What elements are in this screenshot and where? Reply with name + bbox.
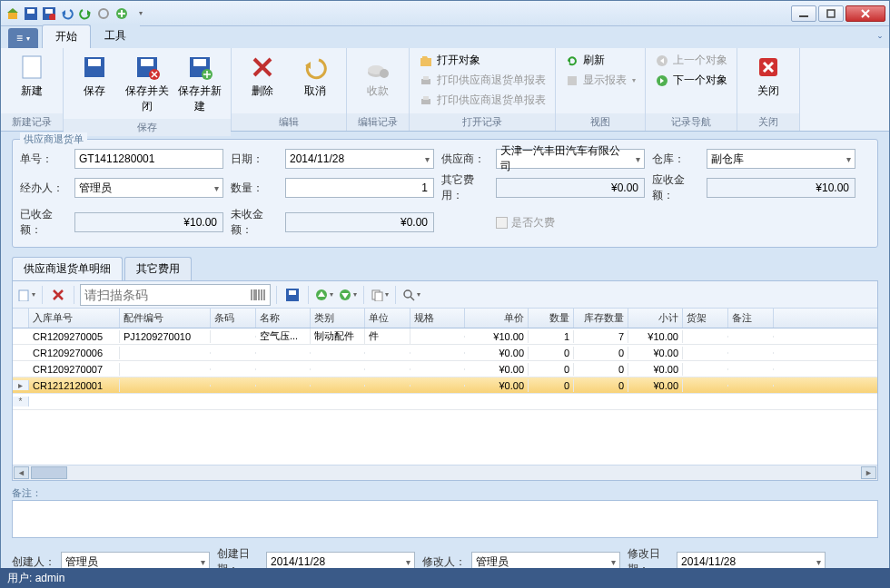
date-input[interactable]: 2014/11/28 [285, 149, 434, 169]
print-icon [419, 74, 433, 88]
delete-button[interactable]: 删除 [237, 51, 288, 101]
refresh-button[interactable]: 刷新 [561, 51, 639, 70]
ribbon: 新建 新建记录 保存 保存并关闭 保存并新建 保存 删除 [1, 48, 889, 132]
file-tab[interactable]: ≡▾ [8, 28, 38, 48]
start-tab[interactable]: 开始 [42, 24, 91, 48]
grid-header: 入库单号 配件编号 条码 名称 类别 单位 规格 单价 数量 库存数量 小计 货… [13, 309, 877, 328]
groupbox-title: 供应商退货单 [20, 132, 87, 146]
save-button[interactable]: 保存 [69, 51, 120, 101]
svg-rect-11 [799, 15, 808, 17]
svg-rect-3 [27, 9, 35, 14]
close-button[interactable]: 关闭 [743, 51, 794, 101]
close-label: 关闭 [757, 83, 779, 99]
table-row[interactable]: CR1209270005 PJ1209270010 空气压... 制动配件 件 … [13, 328, 877, 345]
add-qat-icon[interactable] [114, 5, 130, 22]
date-label: 日期： [231, 152, 282, 167]
window-buttons [791, 5, 885, 22]
new-label: 新建 [21, 83, 43, 99]
refresh-qat-icon[interactable] [95, 5, 112, 22]
show-report-button: 显示报表▾ [561, 71, 639, 90]
quick-access-toolbar [5, 5, 148, 22]
report-icon [565, 74, 579, 88]
next-record-button[interactable]: 下一个对象 [651, 71, 731, 90]
tools-tab[interactable]: 工具 [91, 24, 140, 48]
table-row[interactable]: ▸ CR1212120001 ¥0.00 0 0 ¥0.00 [13, 377, 877, 394]
new-button[interactable]: 新建 [6, 51, 57, 101]
return-order-groupbox: 供应商退货单 单号： 日期：2014/11/28 供应商：天津一汽丰田汽车有限公… [12, 139, 878, 248]
save-close-button[interactable]: 保存并关闭 [122, 51, 173, 116]
redo-icon[interactable] [77, 5, 94, 22]
new-icon [17, 53, 46, 82]
barcode-input[interactable] [80, 284, 271, 306]
delete-icon [248, 53, 277, 82]
grid-down-button[interactable] [338, 285, 358, 305]
grid-new-row[interactable]: * [13, 394, 877, 410]
otherfee-input [496, 178, 645, 198]
svg-rect-12 [827, 10, 835, 17]
save-new-ribbon-icon [185, 53, 214, 82]
open-object-button[interactable]: 打开对象 [415, 51, 549, 70]
close-window-button[interactable] [846, 5, 885, 22]
group-nav: 记录导航 [646, 113, 737, 131]
next-icon [655, 74, 669, 88]
tab-detail[interactable]: 供应商退货单明细 [12, 257, 123, 280]
svg-rect-39 [19, 290, 28, 301]
grid-search-button[interactable] [401, 285, 421, 305]
otherfee-label: 其它费用： [441, 172, 492, 203]
collect-button: 收款 [352, 51, 403, 101]
maximize-button[interactable] [818, 5, 844, 22]
cancel-button[interactable]: 取消 [290, 51, 341, 101]
remarks-textarea[interactable] [12, 500, 878, 538]
warehouse-label: 仓库： [652, 152, 703, 167]
ribbon-tabs: ≡▾ 开始 工具 ˇ [1, 26, 889, 48]
svg-rect-15 [88, 59, 101, 66]
creator-label: 创建人： [12, 554, 57, 570]
grid-up-button[interactable] [314, 285, 334, 305]
table-row[interactable]: CR1209270007 ¥0.00 0 0 ¥0.00 [13, 361, 877, 377]
status-bar: 用户: admin [0, 568, 890, 588]
collect-label: 收款 [367, 83, 389, 99]
grid-delete-button[interactable] [48, 285, 68, 305]
unreceived-label: 未收金额： [231, 207, 282, 238]
no-input[interactable] [74, 149, 223, 169]
refresh-icon [565, 54, 579, 68]
save-close-icon[interactable] [41, 5, 57, 22]
qty-input[interactable] [285, 178, 434, 198]
save-close-ribbon-icon [133, 53, 162, 82]
grid-save-button[interactable] [282, 285, 302, 305]
grid[interactable]: 入库单号 配件编号 条码 名称 类别 单位 规格 单价 数量 库存数量 小计 货… [13, 309, 877, 480]
svg-point-54 [404, 290, 411, 298]
qat-more-icon[interactable] [132, 5, 148, 22]
save-label: 保存 [84, 83, 105, 99]
supplier-combo[interactable]: 天津一汽丰田汽车有限公司 [496, 149, 645, 169]
save-icon[interactable] [23, 5, 39, 22]
remarks-section: 备注： [12, 486, 878, 541]
tab-other-fee[interactable]: 其它费用 [124, 257, 192, 280]
grid-copy-button[interactable] [370, 285, 390, 305]
save-new-button[interactable]: 保存并新建 [174, 51, 225, 116]
home-icon[interactable] [5, 5, 21, 22]
svg-line-55 [410, 297, 414, 300]
save-new-label: 保存并新建 [176, 83, 223, 114]
svg-rect-0 [8, 13, 17, 19]
minimize-button[interactable] [791, 5, 816, 22]
detail-tabs: 供应商退货单明细 其它费用 [1, 251, 889, 280]
grid-hscroll[interactable]: ◄► [13, 465, 877, 480]
svg-point-9 [99, 9, 108, 18]
qty-label: 数量： [231, 181, 282, 196]
close-ribbon-icon [754, 53, 783, 82]
svg-rect-29 [423, 76, 429, 80]
table-row[interactable]: CR1209270006 ¥0.00 0 0 ¥0.00 [13, 345, 877, 361]
prev-icon [655, 54, 669, 68]
print-report1-button: 打印供应商退货单报表 [415, 71, 549, 90]
handler-combo[interactable]: 管理员 [74, 178, 223, 198]
svg-rect-17 [141, 59, 153, 66]
cancel-label: 取消 [304, 83, 326, 99]
grid-new-button[interactable] [16, 285, 36, 305]
svg-rect-13 [23, 56, 41, 78]
undo-icon[interactable] [59, 5, 75, 22]
warehouse-combo[interactable]: 副仓库 [707, 149, 855, 169]
prev-record-button: 上一个对象 [651, 51, 731, 70]
ribbon-collapse-icon[interactable]: ˇ [878, 35, 882, 48]
svg-marker-27 [422, 56, 428, 58]
